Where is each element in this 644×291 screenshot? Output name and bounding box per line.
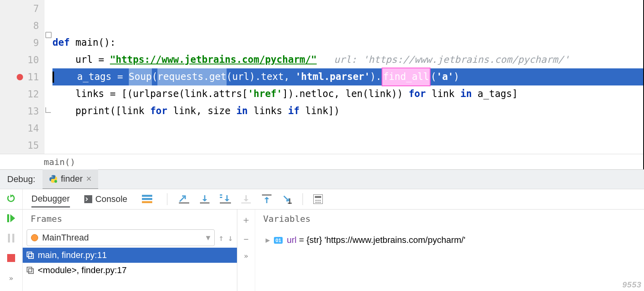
gutter[interactable]: 7 8 9 10 11 12 13 14 15 [0,0,45,154]
thread-status-icon [31,234,38,241]
debug-tab-finder[interactable]: finder ✕ [43,169,98,190]
code-line: def main(): [52,34,643,51]
step-out-button[interactable] [261,194,272,205]
debugger-toolbar: Debugger Console [0,189,644,210]
step-over-button[interactable] [199,194,210,205]
more-button[interactable]: » [244,252,248,260]
svg-point-18 [316,202,317,203]
show-execution-point-button[interactable] [178,194,190,205]
fold-toggle-icon[interactable] [45,32,52,38]
rerun-icon [6,194,16,204]
evaluate-expression-button[interactable] [312,194,324,205]
svg-rect-5 [179,202,189,204]
debug-toolwindow-header: Debug: finder ✕ [0,169,644,189]
pause-button[interactable] [6,233,17,244]
console-icon [84,195,92,203]
line-number[interactable]: 14 [0,120,39,137]
svg-rect-6 [200,202,209,204]
stop-button[interactable] [6,252,17,264]
line-number[interactable]: 10 [0,51,39,68]
variable-row[interactable]: ▸ 01 url = {str} 'https://www.jetbrains.… [266,235,634,245]
line-number[interactable]: 8 [0,17,39,34]
breakpoint-icon[interactable] [17,74,23,80]
svg-rect-8 [220,197,222,198]
tab-debugger[interactable]: Debugger [31,194,70,208]
separator [167,193,167,205]
chevron-down-icon: ▾ [206,233,210,243]
svg-rect-2 [142,195,152,197]
fold-end-icon [45,107,51,113]
svg-rect-25 [27,252,32,257]
svg-rect-14 [315,196,321,198]
code-body[interactable]: def main(): url = "https://www.jetbrains… [52,0,643,154]
step-into-my-code-button[interactable] [241,194,252,205]
svg-rect-7 [220,194,222,196]
code-line: pprint([link for link, size in links if … [52,103,643,120]
tab-console[interactable]: Console [84,194,128,204]
thread-name: MainThread [42,233,89,243]
fold-strip[interactable] [45,0,52,154]
thread-selector[interactable]: MainThread ▾ [27,229,215,246]
svg-rect-3 [142,198,152,200]
close-icon[interactable]: ✕ [86,175,92,183]
frame-down-button[interactable]: ↓ [228,233,233,243]
variables-header: Variables [255,210,644,228]
remove-watch-button[interactable]: － [241,233,251,245]
svg-point-0 [54,180,57,182]
debug-side-toolbar: » [0,210,23,291]
resume-button[interactable] [6,213,17,224]
svg-rect-26 [29,254,33,258]
line-number[interactable]: 12 [0,85,39,103]
rerun-button[interactable] [0,189,23,209]
line-number[interactable]: 9 [0,34,39,51]
step-into-button[interactable] [220,194,231,205]
debugger-body: » Frames MainThread ▾ ↑ ↓ main, finder.p… [0,210,644,291]
more-button[interactable]: » [6,272,17,283]
variables-toolbar: ＋ － » [237,210,255,291]
debug-label: Debug: [0,174,43,184]
svg-rect-4 [142,201,152,203]
svg-point-15 [316,200,317,201]
variables-panel: Variables ▸ 01 url = {str} 'https://www.… [255,210,644,291]
code-editor[interactable]: 7 8 9 10 11 12 13 14 15 def main(): url … [0,0,644,169]
frame-item[interactable]: <module>, finder.py:17 [23,263,237,278]
code-line: url = "https://www.jetbrains.com/pycharm… [52,51,643,68]
svg-point-20 [320,202,321,203]
svg-point-17 [320,200,321,201]
svg-rect-9 [220,202,231,204]
current-exec-line[interactable]: a_tags = Soup(requests.get(url).text, 'h… [52,68,643,85]
variable-name: url [287,235,296,245]
svg-rect-22 [8,234,10,242]
frame-item[interactable]: main, finder.py:11 [23,248,237,263]
watermark: 9553 [623,280,642,289]
line-number[interactable]: 11 [0,68,39,85]
frames-panel: Frames MainThread ▾ ↑ ↓ main, finder.py:… [23,210,237,291]
variable-value: = {str} 'https://www.jetbrains.com/pycha… [297,235,466,245]
svg-rect-10 [241,202,251,204]
line-number[interactable]: 7 [0,0,39,17]
svg-rect-11 [262,194,272,196]
debug-tab-label: finder [61,174,83,184]
svg-rect-21 [7,214,9,222]
line-number[interactable]: 15 [0,137,39,154]
threads-icon[interactable] [142,194,153,205]
add-watch-button[interactable]: ＋ [241,213,251,226]
frame-icon [27,252,34,259]
svg-rect-23 [12,234,14,242]
type-badge-icon: 01 [274,237,283,244]
breadcrumb[interactable]: main() [0,154,643,169]
svg-rect-1 [84,195,92,203]
frame-icon [27,267,34,274]
svg-rect-24 [7,254,15,262]
highlighted-call: find_all [382,68,431,86]
svg-point-19 [318,202,319,203]
svg-rect-27 [27,267,32,272]
code-line: links = [(urlparse(link.attrs['href']).n… [52,85,643,103]
frame-up-button[interactable]: ↑ [219,233,224,243]
svg-rect-28 [29,269,33,274]
frames-header: Frames [23,210,237,228]
expand-icon[interactable]: ▸ [266,235,270,245]
run-to-cursor-button[interactable] [282,194,293,205]
separator [303,193,303,205]
line-number[interactable]: 13 [0,103,39,120]
